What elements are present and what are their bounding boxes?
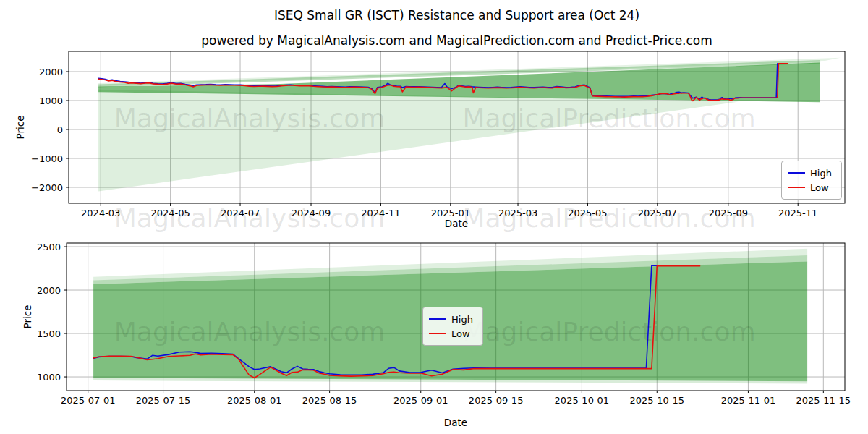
y-tick-label: 2000	[39, 67, 63, 77]
x-tick-label: 2025-07-01	[61, 395, 116, 406]
x-tick-label: 2025-01	[431, 208, 470, 218]
x-tick-label: 2025-09-01	[393, 395, 448, 406]
plots-canvas: 2024-032024-052024-072024-092024-112025-…	[0, 0, 868, 434]
support-triangle	[98, 90, 739, 192]
y-tick-label: 1500	[37, 328, 61, 339]
x-tick-label: 2025-08-15	[302, 395, 357, 406]
y-tick-label: 2000	[37, 285, 61, 296]
x-tick-label: 2025-05	[568, 208, 607, 218]
y-axis-title: Price	[22, 305, 33, 329]
x-tick-label: 2024-09	[292, 208, 331, 218]
x-tick-label: 2025-07-15	[136, 395, 191, 406]
x-tick-label: 2025-10-15	[629, 395, 684, 406]
low-line-sample	[788, 187, 805, 188]
y-tick-label: 1000	[39, 95, 63, 106]
x-tick-label: 2025-11-01	[721, 395, 776, 406]
legend-entry-low: Low	[429, 326, 477, 341]
x-tick-label: 2025-09-15	[469, 395, 524, 406]
y-tick-label: 1000	[37, 372, 61, 383]
y-tick-label: −2000	[31, 182, 63, 193]
x-tick-label: 2024-03	[81, 208, 120, 218]
legend-label: High	[810, 168, 832, 179]
x-axis-title: Date	[445, 218, 468, 229]
y-axis-title: Price	[14, 116, 26, 140]
x-tick-label: 2025-07	[638, 208, 677, 218]
figure: ISEQ Small GR (ISCT) Resistance and Supp…	[0, 0, 868, 434]
x-axis-title: Date	[444, 417, 467, 428]
x-tick-label: 2025-03	[498, 208, 537, 218]
x-tick-label: 2025-08-01	[227, 395, 282, 406]
high-line-sample	[429, 318, 446, 320]
y-tick-label: −1000	[31, 153, 63, 164]
legend-label: High	[451, 314, 473, 325]
x-tick-label: 2025-11	[778, 208, 817, 218]
legend-entry-low: Low	[788, 180, 835, 195]
legend-label: Low	[810, 182, 829, 193]
x-tick-label: 2024-07	[221, 208, 260, 218]
x-tick-label: 2025-09	[709, 208, 748, 218]
legend: High Low	[422, 307, 483, 346]
legend-label: Low	[451, 328, 470, 339]
x-tick-label: 2025-11-15	[796, 395, 851, 406]
legend-entry-high: High	[429, 312, 477, 326]
legend: High Low	[781, 161, 842, 200]
high-line-sample	[788, 172, 805, 174]
x-tick-label: 2024-05	[150, 208, 190, 218]
legend-entry-high: High	[788, 166, 835, 180]
low-line-sample	[429, 333, 446, 334]
x-tick-label: 2024-11	[361, 208, 400, 218]
x-tick-label: 2025-10-01	[555, 395, 610, 406]
y-tick-label: 2500	[37, 242, 61, 252]
y-tick-label: 0	[57, 124, 63, 135]
